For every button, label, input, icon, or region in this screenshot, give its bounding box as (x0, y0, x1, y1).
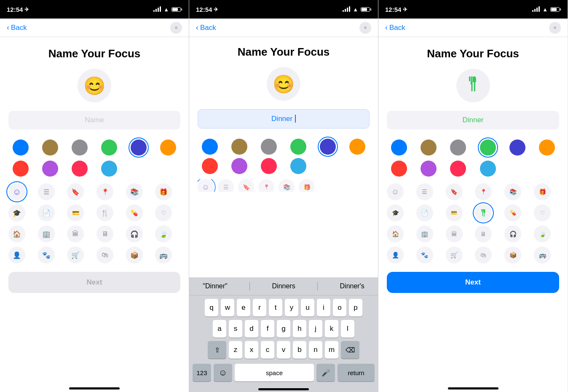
close-button-3[interactable]: × (549, 22, 561, 34)
icon-bank-3[interactable]: 🏛 (446, 226, 463, 242)
name-input-3[interactable]: Dinner (387, 111, 559, 129)
key-y[interactable]: y (285, 299, 298, 317)
icon-books-1[interactable]: 📚 (126, 183, 143, 200)
icon-gift-3[interactable]: 🎁 (534, 183, 551, 200)
icon-bag-3[interactable]: 🛍 (475, 247, 492, 263)
close-button-2[interactable]: × (359, 22, 371, 34)
next-button-3[interactable]: Next (387, 272, 559, 293)
icon-pills-1[interactable]: 💊 (126, 204, 143, 221)
icon-person-3[interactable]: 👤 (387, 247, 404, 263)
key-b[interactable]: b (293, 341, 306, 359)
key-l[interactable]: l (341, 320, 354, 338)
icon-list-1[interactable]: ☰ (38, 183, 55, 200)
key-s[interactable]: s (229, 320, 242, 338)
color-brown-3[interactable] (416, 140, 441, 156)
key-z[interactable]: z (229, 341, 242, 359)
key-t[interactable]: t (269, 299, 282, 317)
keyboard-2[interactable]: "Dinner" Dinners Dinner's q w e r t y u … (189, 277, 378, 392)
color-orange-3[interactable] (535, 140, 559, 156)
key-123[interactable]: 123 (193, 364, 211, 381)
icon-card-3[interactable]: 💳 (446, 204, 463, 221)
icon-graduation-1[interactable]: 🎓 (8, 204, 25, 221)
color-brown-1[interactable] (38, 140, 62, 156)
key-r[interactable]: r (253, 299, 266, 317)
key-shift[interactable]: ⇧ (208, 341, 226, 359)
icon-bus-1[interactable]: 🚌 (155, 247, 172, 263)
icon-card-1[interactable]: 💳 (67, 204, 84, 221)
key-h[interactable]: h (293, 320, 306, 338)
icon-building-3[interactable]: 🏢 (416, 226, 433, 242)
icon-monitor-1[interactable]: 🖥 (96, 226, 113, 242)
key-o[interactable]: o (333, 299, 346, 317)
key-g[interactable]: g (277, 320, 290, 338)
focus-icon-2[interactable]: 😊 (267, 67, 300, 101)
icon-smiley-3[interactable]: ☺ (387, 183, 404, 200)
icon-smiley-1[interactable]: ☺ (8, 183, 25, 200)
icon-cart-1[interactable]: 🛒 (67, 247, 84, 263)
icon-home-3[interactable]: 🏠 (387, 226, 404, 242)
icon-building-1[interactable]: 🏢 (38, 226, 55, 242)
icon-cart-3[interactable]: 🛒 (446, 247, 463, 263)
icon-bag-1[interactable]: 🛍 (96, 247, 113, 263)
color-pink-3[interactable] (446, 161, 470, 177)
name-input-1[interactable]: Name (8, 111, 180, 129)
key-f[interactable]: f (261, 320, 274, 338)
icon-box-3[interactable]: 📦 (504, 247, 521, 263)
focus-icon-1[interactable]: 😊 (78, 69, 111, 102)
icon-monitor-3[interactable]: 🖥 (475, 226, 492, 242)
key-return[interactable]: return (338, 364, 375, 381)
color-orange-1[interactable] (156, 140, 180, 156)
key-c[interactable]: c (261, 341, 274, 359)
color-purple-3[interactable] (416, 161, 441, 177)
autocomplete-dinners[interactable]: Dinners (267, 281, 300, 292)
icon-pills-3[interactable]: 💊 (504, 204, 521, 221)
key-q[interactable]: q (205, 299, 218, 317)
icon-cutlery-1[interactable]: 🍴 (96, 204, 113, 221)
icon-headphones-1[interactable]: 🎧 (126, 226, 143, 242)
key-j[interactable]: j (309, 320, 322, 338)
back-button-3[interactable]: ‹ Back (385, 23, 405, 32)
key-u[interactable]: u (301, 299, 314, 317)
icon-leaf-1[interactable]: 🍃 (155, 226, 172, 242)
icon-doc-1[interactable]: 📄 (38, 204, 55, 221)
icon-person-1[interactable]: 👤 (8, 247, 25, 263)
color-gray-3[interactable] (446, 140, 470, 156)
icon-leaf-3[interactable]: 🍃 (534, 226, 551, 242)
key-mic[interactable]: 🎤 (316, 364, 335, 381)
color-blue-1[interactable] (8, 140, 33, 156)
icon-box-1[interactable]: 📦 (126, 247, 143, 263)
key-w[interactable]: w (221, 299, 234, 317)
icon-pin-1[interactable]: 📍 (96, 183, 113, 200)
key-k[interactable]: k (325, 320, 338, 338)
icon-health-3[interactable]: ♡ (534, 204, 551, 221)
key-v[interactable]: v (277, 341, 290, 359)
icon-health-1[interactable]: ♡ (155, 204, 172, 221)
key-e[interactable]: e (237, 299, 250, 317)
key-n[interactable]: n (309, 341, 322, 359)
name-input-2[interactable]: Dinner (198, 109, 370, 129)
icon-cutlery-3[interactable] (475, 204, 492, 221)
icon-bank-1[interactable]: 🏛 (67, 226, 84, 242)
focus-icon-3[interactable] (456, 69, 490, 102)
key-x[interactable]: x (245, 341, 258, 359)
key-emoji[interactable]: ☺ (214, 364, 232, 381)
icon-doc-3[interactable]: 📄 (416, 204, 433, 221)
icon-graduation-3[interactable]: 🎓 (387, 204, 404, 221)
back-button-1[interactable]: ‹ Back (7, 23, 27, 32)
color-red-3[interactable] (387, 161, 411, 177)
icon-bus-3[interactable]: 🚌 (534, 247, 551, 263)
color-indigo-1[interactable] (126, 140, 151, 156)
autocomplete-quoted[interactable]: "Dinner" (198, 281, 233, 292)
color-green-3[interactable] (476, 140, 500, 156)
key-space[interactable]: space (235, 364, 314, 381)
key-i[interactable]: i (317, 299, 330, 317)
next-button-1[interactable]: Next (8, 272, 180, 293)
key-m[interactable]: m (325, 341, 338, 359)
icon-home-1[interactable]: 🏠 (8, 226, 25, 242)
close-button-1[interactable]: × (170, 22, 182, 34)
key-a[interactable]: a (213, 320, 226, 338)
icon-list-3[interactable]: ☰ (416, 183, 433, 200)
icon-paw-3[interactable]: 🐾 (416, 247, 433, 263)
color-blue-3[interactable] (387, 140, 411, 156)
color-teal-3[interactable] (476, 161, 500, 177)
